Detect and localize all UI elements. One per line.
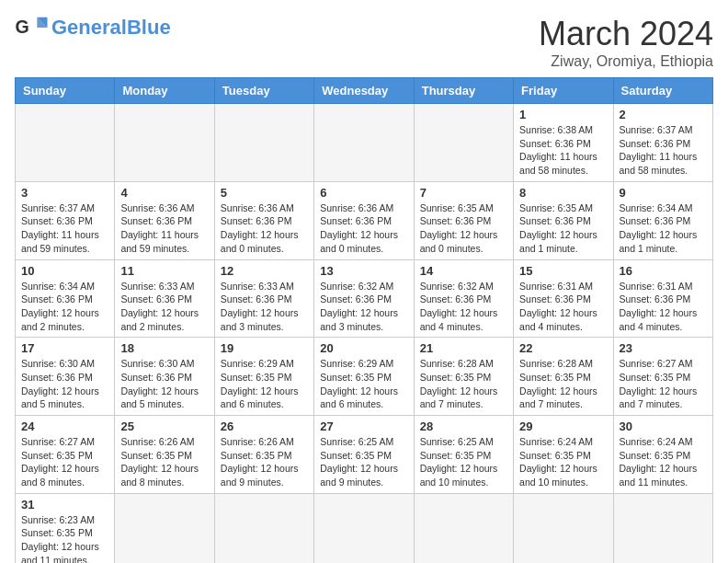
calendar-day-cell — [514, 493, 613, 563]
day-info: Sunrise: 6:34 AM Sunset: 6:36 PM Dayligh… — [21, 280, 108, 334]
day-info: Sunrise: 6:27 AM Sunset: 6:35 PM Dayligh… — [21, 435, 108, 489]
day-info: Sunrise: 6:37 AM Sunset: 6:36 PM Dayligh… — [21, 201, 108, 256]
title-section: March 2024 Ziway, Oromiya, Ethiopia — [539, 15, 713, 70]
day-number: 15 — [519, 264, 607, 278]
calendar-table: SundayMondayTuesdayWednesdayThursdayFrid… — [15, 77, 713, 563]
calendar-day-cell: 8Sunrise: 6:35 AM Sunset: 6:36 PM Daylig… — [514, 181, 613, 259]
calendar-subtitle: Ziway, Oromiya, Ethiopia — [539, 53, 713, 70]
day-number: 27 — [320, 419, 407, 433]
day-info: Sunrise: 6:37 AM Sunset: 6:36 PM Dayligh… — [620, 123, 707, 178]
logo-text: GeneralBlue — [51, 17, 171, 38]
calendar-day-cell — [414, 104, 513, 182]
calendar-day-cell: 1Sunrise: 6:38 AM Sunset: 6:36 PM Daylig… — [514, 104, 613, 182]
day-number: 8 — [519, 186, 607, 200]
weekday-header: Sunday — [16, 78, 115, 104]
calendar-day-cell: 5Sunrise: 6:36 AM Sunset: 6:36 PM Daylig… — [214, 181, 313, 259]
calendar-week-row: 10Sunrise: 6:34 AM Sunset: 6:36 PM Dayli… — [16, 259, 713, 338]
day-info: Sunrise: 6:24 AM Sunset: 6:35 PM Dayligh… — [519, 435, 607, 489]
day-info: Sunrise: 6:33 AM Sunset: 6:36 PM Dayligh… — [120, 280, 208, 334]
day-info: Sunrise: 6:32 AM Sunset: 6:36 PM Dayligh… — [320, 280, 407, 334]
day-number: 13 — [320, 264, 407, 278]
calendar-day-cell: 12Sunrise: 6:33 AM Sunset: 6:36 PM Dayli… — [214, 259, 313, 338]
calendar-day-cell: 14Sunrise: 6:32 AM Sunset: 6:36 PM Dayli… — [414, 259, 513, 338]
day-number: 7 — [420, 186, 507, 200]
day-info: Sunrise: 6:29 AM Sunset: 6:35 PM Dayligh… — [221, 357, 308, 411]
day-number: 6 — [320, 186, 407, 200]
page-header: G GeneralBlue March 2024 Ziway, Oromiya,… — [15, 15, 713, 70]
calendar-day-cell: 2Sunrise: 6:37 AM Sunset: 6:36 PM Daylig… — [613, 104, 712, 182]
day-info: Sunrise: 6:36 AM Sunset: 6:36 PM Dayligh… — [221, 201, 308, 256]
day-number: 11 — [120, 264, 208, 278]
calendar-day-cell — [314, 493, 414, 563]
day-info: Sunrise: 6:27 AM Sunset: 6:35 PM Dayligh… — [620, 357, 707, 411]
calendar-day-cell: 26Sunrise: 6:26 AM Sunset: 6:35 PM Dayli… — [214, 416, 313, 494]
calendar-week-row: 3Sunrise: 6:37 AM Sunset: 6:36 PM Daylig… — [16, 181, 713, 259]
calendar-day-cell: 3Sunrise: 6:37 AM Sunset: 6:36 PM Daylig… — [16, 181, 115, 259]
calendar-day-cell: 18Sunrise: 6:30 AM Sunset: 6:36 PM Dayli… — [115, 338, 214, 416]
calendar-week-row: 31Sunrise: 6:23 AM Sunset: 6:35 PM Dayli… — [16, 493, 713, 563]
day-info: Sunrise: 6:31 AM Sunset: 6:36 PM Dayligh… — [620, 280, 707, 334]
calendar-day-cell: 15Sunrise: 6:31 AM Sunset: 6:36 PM Dayli… — [514, 259, 613, 338]
calendar-day-cell: 20Sunrise: 6:29 AM Sunset: 6:35 PM Dayli… — [314, 338, 414, 416]
calendar-day-cell: 13Sunrise: 6:32 AM Sunset: 6:36 PM Dayli… — [314, 259, 414, 338]
calendar-day-cell: 28Sunrise: 6:25 AM Sunset: 6:35 PM Dayli… — [414, 416, 513, 494]
day-number: 12 — [221, 264, 308, 278]
calendar-day-cell — [314, 104, 414, 182]
calendar-day-cell: 27Sunrise: 6:25 AM Sunset: 6:35 PM Dayli… — [314, 416, 414, 494]
day-info: Sunrise: 6:32 AM Sunset: 6:36 PM Dayligh… — [420, 280, 507, 334]
calendar-day-cell: 9Sunrise: 6:34 AM Sunset: 6:36 PM Daylig… — [613, 181, 712, 259]
day-number: 17 — [21, 341, 108, 355]
svg-text:G: G — [16, 17, 29, 37]
day-number: 26 — [221, 419, 308, 433]
day-number: 21 — [420, 341, 507, 355]
calendar-title: March 2024 — [539, 15, 713, 53]
day-info: Sunrise: 6:35 AM Sunset: 6:36 PM Dayligh… — [420, 201, 507, 256]
day-info: Sunrise: 6:28 AM Sunset: 6:35 PM Dayligh… — [519, 357, 607, 411]
day-number: 25 — [120, 419, 208, 433]
day-number: 19 — [221, 341, 308, 355]
weekday-header: Thursday — [414, 78, 513, 104]
weekday-header: Friday — [514, 78, 613, 104]
calendar-week-row: 1Sunrise: 6:38 AM Sunset: 6:36 PM Daylig… — [16, 104, 713, 182]
day-info: Sunrise: 6:36 AM Sunset: 6:36 PM Dayligh… — [320, 201, 407, 256]
calendar-day-cell: 17Sunrise: 6:30 AM Sunset: 6:36 PM Dayli… — [16, 338, 115, 416]
day-number: 23 — [620, 341, 707, 355]
day-info: Sunrise: 6:35 AM Sunset: 6:36 PM Dayligh… — [519, 201, 607, 256]
day-info: Sunrise: 6:26 AM Sunset: 6:35 PM Dayligh… — [120, 435, 208, 489]
calendar-day-cell: 22Sunrise: 6:28 AM Sunset: 6:35 PM Dayli… — [514, 338, 613, 416]
calendar-day-cell: 16Sunrise: 6:31 AM Sunset: 6:36 PM Dayli… — [613, 259, 712, 338]
day-number: 14 — [420, 264, 507, 278]
day-info: Sunrise: 6:38 AM Sunset: 6:36 PM Dayligh… — [519, 123, 607, 178]
calendar-day-cell: 24Sunrise: 6:27 AM Sunset: 6:35 PM Dayli… — [16, 416, 115, 494]
day-info: Sunrise: 6:34 AM Sunset: 6:36 PM Dayligh… — [620, 201, 707, 256]
weekday-header: Saturday — [613, 78, 712, 104]
day-info: Sunrise: 6:25 AM Sunset: 6:35 PM Dayligh… — [320, 435, 407, 489]
day-number: 30 — [620, 419, 707, 433]
calendar-day-cell — [16, 104, 115, 182]
day-number: 29 — [519, 419, 607, 433]
calendar-day-cell: 7Sunrise: 6:35 AM Sunset: 6:36 PM Daylig… — [414, 181, 513, 259]
day-info: Sunrise: 6:24 AM Sunset: 6:35 PM Dayligh… — [620, 435, 707, 489]
day-info: Sunrise: 6:29 AM Sunset: 6:35 PM Dayligh… — [320, 357, 407, 411]
day-number: 24 — [21, 419, 108, 433]
calendar-day-cell — [115, 104, 214, 182]
calendar-day-cell: 29Sunrise: 6:24 AM Sunset: 6:35 PM Dayli… — [514, 416, 613, 494]
day-info: Sunrise: 6:31 AM Sunset: 6:36 PM Dayligh… — [519, 280, 607, 334]
weekday-header: Tuesday — [214, 78, 313, 104]
weekday-header: Wednesday — [314, 78, 414, 104]
day-number: 22 — [519, 341, 607, 355]
day-info: Sunrise: 6:33 AM Sunset: 6:36 PM Dayligh… — [221, 280, 308, 334]
day-number: 20 — [320, 341, 407, 355]
day-number: 18 — [120, 341, 208, 355]
day-number: 4 — [120, 186, 208, 200]
calendar-day-cell: 10Sunrise: 6:34 AM Sunset: 6:36 PM Dayli… — [16, 259, 115, 338]
day-number: 9 — [620, 186, 707, 200]
calendar-day-cell — [214, 493, 313, 563]
day-number: 16 — [620, 264, 707, 278]
calendar-day-cell — [214, 104, 313, 182]
calendar-day-cell: 4Sunrise: 6:36 AM Sunset: 6:36 PM Daylig… — [115, 181, 214, 259]
calendar-day-cell: 23Sunrise: 6:27 AM Sunset: 6:35 PM Dayli… — [613, 338, 712, 416]
day-number: 1 — [519, 108, 607, 121]
day-number: 10 — [21, 264, 108, 278]
day-number: 2 — [620, 108, 707, 121]
